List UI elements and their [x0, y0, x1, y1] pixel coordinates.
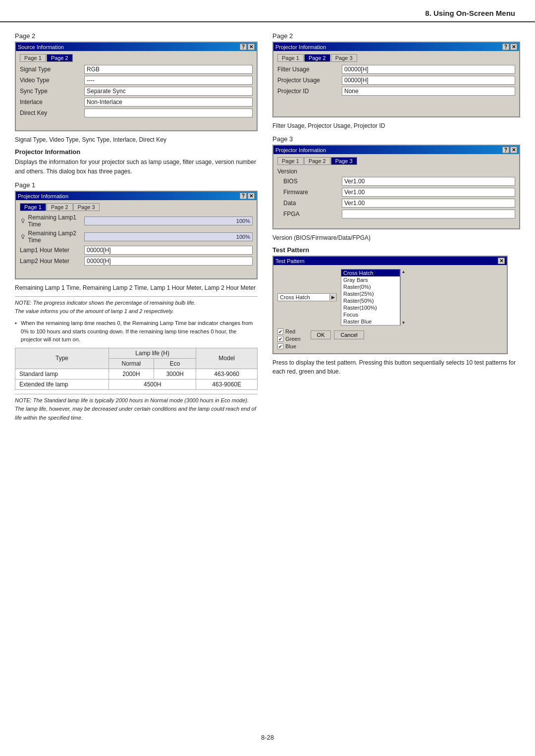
proj-page2-caption: Filter Usage, Projector Usage, Projector… [272, 121, 520, 130]
tab-p3-3[interactable]: Page 3 [331, 157, 357, 165]
tp-bottom-row: ✔ Red ✔ Green ✔ Blue OK [277, 328, 503, 349]
close-btn4[interactable]: ✕ [510, 147, 517, 153]
col-normal: Normal [108, 358, 154, 369]
tab-p3-2[interactable]: Page 2 [304, 157, 330, 165]
tab-p2[interactable]: Page 2 [47, 203, 73, 211]
list-item-raster0[interactable]: Raster(0%) [341, 283, 400, 290]
value-lamp2-time: 100% [84, 232, 253, 241]
tab-p2-2[interactable]: Page 2 [304, 54, 330, 62]
table-row: Extended life lamp 4500H 463-9060E [15, 379, 258, 389]
label-proj-id: Projector ID [277, 88, 342, 95]
list-item-raster50[interactable]: Raster(50%) [341, 297, 400, 304]
tp-dropdown[interactable]: Cross Hatch ▶ [277, 293, 337, 301]
check-green-box[interactable]: ✔ [277, 336, 283, 342]
checkbox-red: ✔ Red [277, 328, 301, 334]
label-lamp1-meter: Lamp1 Hour Meter [20, 247, 84, 254]
label-sync-type: Sync Type [20, 88, 84, 95]
value-video-type: ---- [84, 76, 253, 85]
proj-page1-tabs: Page 1 Page 2 Page 3 [20, 203, 253, 211]
row-filter-usage: Filter Usage 00000[H] [277, 65, 515, 74]
value-data: Ver1.00 [342, 199, 515, 208]
close-btn[interactable]: ✕ [248, 44, 255, 50]
page-footer: 8-28 [0, 729, 535, 746]
check-blue-box[interactable]: ✔ [277, 343, 283, 349]
check-blue-label: Blue [285, 343, 296, 349]
cancel-button[interactable]: Cancel [334, 330, 364, 339]
label-bios: BIOS [277, 178, 342, 185]
label-proj-usage: Projector Usage [277, 77, 342, 84]
value-lamp1-time: 100% [84, 216, 253, 225]
tab-page2[interactable]: Page 2 [47, 54, 73, 62]
label-direct-key: Direct Key [20, 109, 84, 116]
note1: NOTE: The progress indicator shows the p… [15, 296, 258, 315]
col-lamp-life: Lamp life (H) [108, 348, 196, 358]
cell-ext-type: Extended life lamp [15, 379, 109, 389]
tp-checkboxes: ✔ Red ✔ Green ✔ Blue [277, 328, 301, 349]
row-signal-type: Signal Type RGB [20, 65, 253, 74]
proj-page1-caption: Remaining Lamp 1 Time, Remaining Lamp 2 … [15, 283, 258, 292]
version-heading: Version [277, 168, 297, 175]
scroll-down-icon[interactable]: ▼ [402, 321, 406, 325]
tab-p3-1[interactable]: Page 1 [277, 157, 304, 165]
tp-content-area: Cross Hatch Gray Bars Raster(0%) Raster(… [341, 269, 406, 325]
list-item-rasterblue[interactable]: Raster Blue [341, 318, 400, 325]
cell-std-model: 463-9060 [196, 369, 258, 379]
list-item-graybars[interactable]: Gray Bars [341, 276, 400, 283]
tp-title: Test Pattern [275, 258, 305, 264]
value-proj-id: None [342, 87, 515, 96]
proj-page1-label: Page 1 [15, 181, 258, 189]
footer-note: NOTE: The Standard lamp life is typicall… [15, 394, 258, 423]
help-btn3[interactable]: ? [502, 44, 509, 50]
label-lamp2-meter: Lamp2 Hour Meter [20, 258, 84, 265]
row-lamp1-time: Remaining Lamp1 Time 100% [20, 214, 253, 228]
check-red-box[interactable]: ✔ [277, 328, 283, 334]
help-btn[interactable]: ? [240, 44, 247, 50]
lamp-icon1 [20, 217, 26, 224]
col-eco: Eco [154, 358, 196, 369]
tab-page1[interactable]: Page 1 [20, 54, 46, 62]
row-data: Data Ver1.00 [277, 199, 515, 208]
tab-p3[interactable]: Page 3 [73, 203, 100, 211]
close-btn2[interactable]: ✕ [248, 193, 255, 199]
label-interlace: Interlace [20, 99, 84, 106]
tp-close-btn[interactable]: ✕ [498, 258, 505, 264]
tp-dropdown-value: Cross Hatch [278, 294, 329, 301]
label-lamp1-time: Remaining Lamp1 Time [20, 214, 84, 228]
lamp-icon2 [20, 233, 26, 240]
list-item-raster100[interactable]: Raster(100%) [341, 304, 400, 311]
right-column: Page 2 Projector Information ? ✕ Page 1 … [268, 27, 520, 430]
ok-button[interactable]: OK [311, 330, 331, 339]
tab-p2-1[interactable]: Page 1 [277, 54, 304, 62]
lamp-table: Type Lamp life (H) Model Normal Eco Stan… [15, 348, 258, 390]
tp-dropdown-arrow[interactable]: ▶ [329, 294, 336, 300]
projector-info-heading: Projector Information [15, 148, 258, 156]
row-proj-usage: Projector Usage 00000[H] [277, 76, 515, 85]
proj-info-page3-title: Projector Information [275, 147, 326, 153]
row-version-heading: Version [277, 168, 515, 175]
help-btn4[interactable]: ? [502, 147, 509, 153]
tp-titlebar: Test Pattern ✕ [273, 257, 507, 265]
proj-info-page2-dialog: Projector Information ? ✕ Page 1 Page 2 … [272, 42, 520, 117]
scroll-up-icon[interactable]: ▲ [402, 270, 406, 274]
label-lamp2-time: Remaining Lamp2 Time [20, 230, 84, 244]
list-item-crosshatch[interactable]: Cross Hatch [341, 270, 400, 276]
label-firmware: Firmware [277, 189, 342, 196]
check-green-label: Green [285, 336, 301, 342]
tp-body: Cross Hatch ▶ Cross Hatch Gray Bars Rast… [273, 265, 507, 353]
row-direct-key: Direct Key [20, 108, 253, 117]
value-lamp1-meter: 00000[H] [84, 246, 253, 255]
tp-scrollbar[interactable]: ▲ ▼ [400, 269, 406, 325]
list-item-raster25[interactable]: Raster(25%) [341, 290, 400, 297]
proj-info-page3-titlebar-btns: ? ✕ [502, 147, 517, 153]
close-btn3[interactable]: ✕ [510, 44, 517, 50]
row-sync-type: Sync Type Separate Sync [20, 87, 253, 96]
label-filter-usage: Filter Usage [277, 66, 342, 73]
row-lamp2-time: Remaining Lamp2 Time 100% [20, 230, 253, 244]
row-fpga: FPGA [277, 210, 515, 218]
help-btn2[interactable]: ? [240, 193, 247, 199]
test-pattern-heading: Test Pattern [272, 246, 520, 254]
list-item-focus[interactable]: Focus [341, 311, 400, 318]
row-firmware: Firmware Ver1.00 [277, 188, 515, 197]
tab-p2-3[interactable]: Page 3 [331, 54, 357, 62]
tab-p1[interactable]: Page 1 [20, 203, 46, 211]
